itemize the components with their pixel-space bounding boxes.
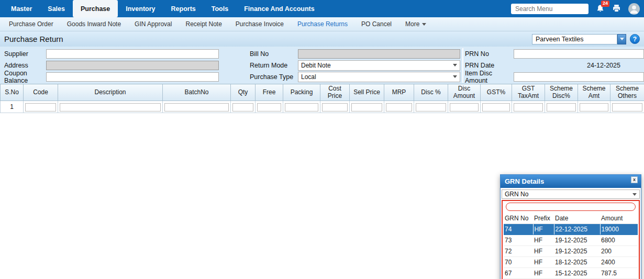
column-header-mrp: MRP (384, 84, 414, 101)
packing-cell-input[interactable] (285, 103, 318, 111)
grn-row[interactable]: 72 HF 19-12-2025 200 (504, 246, 638, 257)
column-header-sno: S.No (1, 84, 24, 101)
chevron-down-icon[interactable] (617, 34, 626, 44)
column-header-scheme-amt: Scheme Amt (578, 84, 610, 101)
column-header-packing: Packing (283, 84, 320, 101)
user-icon (628, 3, 640, 15)
purchase-type-select[interactable]: Local (298, 72, 460, 82)
grn-row[interactable]: 74 HF 22-12-2025 19000 (504, 224, 638, 235)
help-button[interactable]: ? (630, 34, 640, 44)
address-label: Address (4, 62, 46, 69)
batchno-cell-input[interactable] (164, 103, 229, 111)
company-selector[interactable]: Parveen Textiles (532, 34, 626, 44)
free-cell-input[interactable] (257, 103, 281, 111)
grn-col-grn-no: GRN No (504, 213, 533, 224)
avatar[interactable] (628, 3, 640, 15)
column-header-cost-price: Cost Price (320, 84, 350, 101)
subnav-purchase-returns[interactable]: Purchase Returns (291, 17, 354, 31)
close-icon[interactable]: x (631, 176, 638, 183)
nav-finance-and-accounts[interactable]: Finance And Accounts (236, 0, 323, 17)
disc-pct-cell-input[interactable] (416, 103, 446, 111)
grn-search-input[interactable] (506, 203, 636, 211)
company-selector-value: Parveen Textiles (532, 34, 617, 44)
items-table-header: S.No Code Description BatchNo Qty Free P… (1, 84, 644, 101)
date-cell: 19-12-2025 (554, 235, 600, 246)
grn-row[interactable]: 70 HF 18-12-2025 2400 (504, 257, 638, 268)
supplier-input[interactable] (46, 49, 219, 59)
prefix-cell: HF (533, 235, 554, 246)
mrp-cell-input[interactable] (386, 103, 412, 111)
subnav-goods-inward-note[interactable]: Goods Inward Note (60, 17, 128, 31)
supplier-label: Supplier (4, 50, 46, 58)
printer-icon (612, 4, 621, 13)
column-header-gst-taxamt: GST TaxAmt (512, 84, 545, 101)
address-input (46, 61, 219, 70)
column-header-scheme-disc: Scheme Disc% (545, 84, 578, 101)
column-header-code: Code (24, 84, 58, 101)
bill-no-label: Bill No (250, 50, 298, 58)
column-header-scheme-others: Scheme Others (610, 84, 644, 101)
bill-no-input (298, 49, 460, 59)
purchase-return-form: Supplier Address Coupon Balance Bill No … (0, 47, 644, 84)
app-window: Master Sales Purchase Inventory Reports … (0, 0, 644, 279)
grn-details-popup: GRN Details x GRN No GRN No Prefix (500, 174, 641, 279)
cost-price-cell-input[interactable] (322, 103, 348, 111)
grn-grid-header: GRN No Prefix Date Amount (504, 213, 638, 224)
nav-tools[interactable]: Tools (204, 0, 236, 17)
grn-filter-value: GRN No (505, 191, 528, 198)
subnav-purchase-order[interactable]: Purchase Order (2, 17, 60, 31)
search-input[interactable] (511, 4, 589, 14)
subnav-purchase-invoice[interactable]: Purchase Invoice (229, 17, 291, 31)
prn-no-input[interactable] (514, 49, 644, 59)
subnav-gin-approval[interactable]: GIN Approval (128, 17, 179, 31)
grn-row[interactable]: 73 HF 19-12-2025 6800 (504, 235, 638, 246)
scheme-disc-cell-input[interactable] (547, 103, 576, 111)
popup-titlebar[interactable]: GRN Details x (501, 175, 641, 188)
coupon-balance-label: Coupon Balance (4, 70, 46, 84)
return-mode-select[interactable]: Debit Note (298, 60, 460, 71)
code-cell-input[interactable] (25, 103, 56, 111)
coupon-balance-input[interactable] (46, 72, 219, 82)
chevron-down-icon (422, 23, 426, 26)
grn-col-date: Date (554, 213, 600, 224)
qty-cell-input[interactable] (232, 103, 253, 111)
nav-purchase[interactable]: Purchase (73, 0, 118, 17)
nav-master[interactable]: Master (3, 0, 40, 17)
item-disc-amount-input[interactable] (514, 72, 644, 82)
print-button[interactable] (612, 4, 621, 13)
grn-no-cell: 67 (504, 268, 533, 279)
gst-taxamt-cell-input[interactable] (514, 103, 543, 111)
grn-highlight-region: GRN No Prefix Date Amount 74 HF 22-12-20… (502, 200, 640, 279)
subnav-more-label: More (405, 20, 419, 28)
subnav-receipt-note[interactable]: Receipt Note (179, 17, 228, 31)
scheme-amt-cell-input[interactable] (580, 103, 608, 111)
purchase-type-label: Purchase Type (250, 73, 298, 81)
gst-pct-cell-input[interactable] (482, 103, 510, 111)
grn-row[interactable]: 67 HF 15-12-2025 787.5 (504, 268, 638, 279)
scheme-others-cell-input[interactable] (612, 103, 642, 111)
popup-body: GRN No GRN No Prefix Date Amount (501, 189, 641, 279)
page-title: Purchase Return (4, 35, 63, 43)
nav-reports[interactable]: Reports (163, 0, 204, 17)
description-cell-input[interactable] (60, 103, 161, 111)
purchase-sub-navigation: Purchase Order Goods Inward Note GIN App… (0, 17, 644, 31)
sell-price-cell-input[interactable] (351, 103, 382, 111)
column-header-description: Description (58, 84, 163, 101)
disc-amount-cell-input[interactable] (450, 103, 479, 111)
column-header-qty: Qty (231, 84, 256, 101)
chevron-down-icon (632, 193, 637, 196)
purchase-type-value: Local (301, 73, 316, 81)
prn-date-value: 24-12-2025 (514, 62, 644, 69)
table-row: 1 (1, 101, 644, 113)
subnav-po-cancel[interactable]: PO Cancel (354, 17, 398, 31)
top-navigation: Master Sales Purchase Inventory Reports … (0, 0, 644, 17)
nav-inventory[interactable]: Inventory (118, 0, 163, 17)
column-header-free: Free (256, 84, 283, 101)
grn-no-cell: 73 (504, 235, 533, 246)
notifications-button[interactable]: 24 (596, 4, 605, 13)
grn-filter-select[interactable]: GRN No (502, 189, 640, 199)
nav-sales[interactable]: Sales (40, 0, 73, 17)
items-table: S.No Code Description BatchNo Qty Free P… (0, 84, 644, 113)
prefix-cell: HF (533, 268, 554, 279)
subnav-more[interactable]: More (398, 17, 433, 31)
